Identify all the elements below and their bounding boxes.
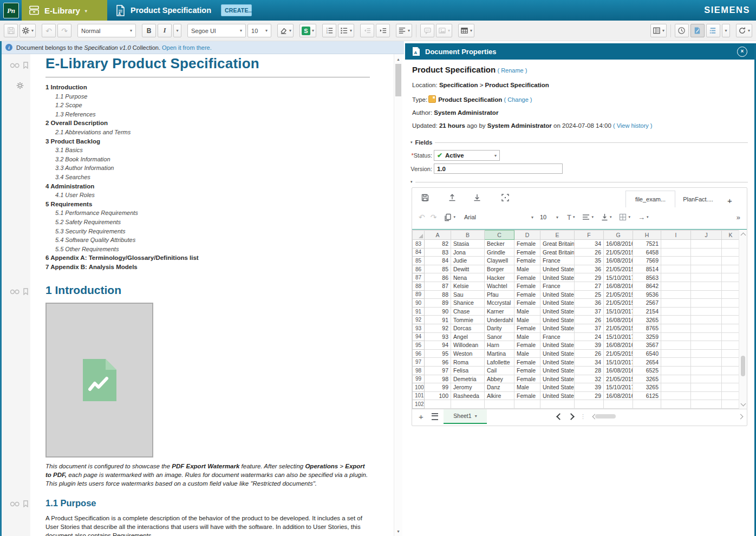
sheet-column-header[interactable]: I bbox=[661, 231, 691, 240]
sheet-cell[interactable]: 26 bbox=[575, 316, 604, 324]
sheet-cell[interactable]: Grindle bbox=[485, 248, 514, 257]
section-margin-tools[interactable] bbox=[10, 288, 28, 295]
fields-section-header[interactable]: ▾ Fields bbox=[410, 139, 748, 146]
sheet-cell[interactable]: 9536 bbox=[633, 290, 661, 299]
close-icon[interactable] bbox=[737, 47, 747, 57]
sheet-cell[interactable] bbox=[691, 366, 722, 375]
sheet-cell[interactable]: Female bbox=[514, 248, 540, 257]
toc-entry[interactable]: 5.5 Other Requirements bbox=[45, 245, 370, 254]
sheet-cell[interactable] bbox=[691, 248, 722, 257]
sheet-cell[interactable]: Borger bbox=[485, 265, 514, 273]
sheet-cell[interactable]: 36 bbox=[575, 299, 604, 308]
sheet-cell[interactable]: 27 bbox=[575, 282, 604, 290]
sheet-row-header[interactable]: 95 bbox=[413, 341, 425, 350]
sheet-cell[interactable]: 21/05/2015 bbox=[604, 290, 633, 299]
sheet-cell[interactable]: 97 bbox=[425, 366, 451, 375]
toc-settings[interactable] bbox=[16, 82, 24, 89]
sheet-direction-button[interactable]: →▾ bbox=[638, 213, 649, 221]
sheet-cell[interactable]: 96 bbox=[425, 358, 451, 367]
sheet-cell[interactable] bbox=[691, 400, 722, 409]
sheet-tab-sheet1[interactable]: Sheet1▾ bbox=[444, 409, 487, 424]
sheet-cell[interactable]: 91 bbox=[425, 316, 451, 324]
toc-entry[interactable]: 3.2 Book Information bbox=[45, 155, 370, 164]
grid-vertical-scrollbar[interactable] bbox=[739, 230, 747, 409]
document-view-button[interactable] bbox=[690, 24, 705, 37]
numbered-list-button[interactable]: 123 bbox=[322, 24, 336, 37]
sheet-cell[interactable]: 8563 bbox=[633, 273, 661, 282]
toc-entry[interactable]: 4.1 User Roles bbox=[45, 191, 370, 200]
sheet-cell[interactable]: Stasia bbox=[451, 240, 485, 249]
save-icon[interactable] bbox=[420, 192, 431, 203]
select-all-corner[interactable] bbox=[413, 231, 425, 240]
sheet-cell[interactable] bbox=[661, 383, 691, 392]
polarion-logo[interactable]: Pn bbox=[3, 3, 19, 18]
sheet-cell[interactable]: 36 bbox=[575, 265, 604, 273]
sheet-cell[interactable]: United States bbox=[540, 307, 575, 316]
sheet-cell[interactable] bbox=[691, 316, 722, 324]
sheet-align-button[interactable]: ▾ bbox=[582, 214, 594, 220]
sheet-row-header[interactable]: 83 bbox=[413, 240, 425, 249]
sheet-cell[interactable]: Becker bbox=[485, 240, 514, 249]
sheet-cell[interactable]: 26 bbox=[575, 248, 604, 257]
sheet-cell[interactable]: Alkire bbox=[485, 391, 514, 400]
view-more-button[interactable]: ▾ bbox=[722, 24, 730, 37]
sheet-cell[interactable]: Female bbox=[514, 273, 540, 282]
sheet-cell[interactable]: Dorcas bbox=[451, 324, 485, 332]
sheet-row-header[interactable]: 91 bbox=[413, 307, 425, 316]
toc-entry[interactable]: 7 Appendix B: Analysis Models bbox=[45, 263, 370, 272]
sheet-cell[interactable] bbox=[722, 400, 740, 409]
sheet-cell[interactable]: Male bbox=[514, 307, 540, 316]
sheet-cell[interactable] bbox=[661, 358, 691, 367]
sheet-cell[interactable]: 92 bbox=[425, 324, 451, 332]
sheet-cell[interactable]: 16/08/2016 bbox=[604, 282, 633, 290]
sheet-column-header[interactable]: B bbox=[451, 231, 485, 240]
change-type-link[interactable]: ( Change ) bbox=[504, 96, 532, 103]
sheet-list-icon[interactable] bbox=[432, 413, 438, 420]
sheet-cell[interactable]: United States bbox=[540, 324, 575, 332]
sheet-more-tools-button[interactable] bbox=[737, 213, 740, 221]
sheet-text-format-button[interactable]: T▾ bbox=[567, 213, 575, 221]
sheet-cell[interactable] bbox=[722, 290, 740, 299]
sheet-cell[interactable]: Karner bbox=[485, 307, 514, 316]
sheet-row-header[interactable]: 88 bbox=[413, 282, 425, 290]
sheet-column-header[interactable]: A bbox=[425, 231, 451, 240]
sheet-cell[interactable] bbox=[604, 400, 633, 409]
sheet-cell[interactable]: Female bbox=[514, 375, 540, 383]
download-icon[interactable] bbox=[472, 192, 483, 203]
sheet-cell[interactable]: United States bbox=[540, 341, 575, 350]
sheet-cell[interactable]: Danz bbox=[485, 383, 514, 392]
sheet-cell[interactable] bbox=[661, 349, 691, 358]
text-style-more-button[interactable]: ▾ bbox=[173, 24, 181, 37]
sheet-cell[interactable] bbox=[691, 282, 722, 290]
sheet-cell[interactable] bbox=[691, 290, 722, 299]
columns-layout-button[interactable]: ▾ bbox=[650, 24, 667, 37]
sheet-row-header[interactable]: 87 bbox=[413, 273, 425, 282]
sheet-cell[interactable]: Female bbox=[514, 358, 540, 367]
sheet-cell[interactable]: 39 bbox=[575, 341, 604, 350]
toc-entry[interactable]: 5.1 Performance Requirements bbox=[45, 208, 370, 218]
rename-link[interactable]: ( Rename ) bbox=[497, 67, 527, 74]
sheet-cell[interactable]: United States bbox=[540, 290, 575, 299]
sheet-cell[interactable]: United States bbox=[540, 391, 575, 400]
sheet-cell[interactable]: 90 bbox=[425, 307, 451, 316]
title-margin-tools[interactable] bbox=[10, 62, 28, 69]
sheet-cell[interactable]: 83 bbox=[425, 248, 451, 257]
sheet-cell[interactable] bbox=[722, 349, 740, 358]
sheet-cell[interactable]: Sanor bbox=[485, 332, 514, 341]
sheet-column-header[interactable]: G bbox=[604, 231, 633, 240]
sheet-cell[interactable] bbox=[661, 248, 691, 257]
sheet-cell[interactable] bbox=[722, 341, 740, 350]
undo-button[interactable]: ↶ bbox=[42, 24, 56, 37]
sheet-cell[interactable] bbox=[661, 257, 691, 265]
outline-view-button[interactable] bbox=[706, 24, 720, 37]
open-collection-link[interactable]: Open it from there. bbox=[162, 44, 212, 51]
sheet-cell[interactable]: Female bbox=[514, 290, 540, 299]
sheet-cell[interactable]: 39 bbox=[575, 383, 604, 392]
toc-entry[interactable]: 1 Introduction bbox=[45, 83, 370, 92]
sheet-row-header[interactable]: 89 bbox=[413, 290, 425, 299]
redo-button[interactable]: ↷ bbox=[57, 24, 71, 37]
toc-entry[interactable]: 2 Overall Description bbox=[45, 119, 370, 128]
sheet-cell[interactable]: 16/08/2016 bbox=[604, 316, 633, 324]
sheet-copy-button[interactable]: ▾ bbox=[444, 213, 455, 221]
sheet-column-header[interactable]: H bbox=[633, 231, 661, 240]
